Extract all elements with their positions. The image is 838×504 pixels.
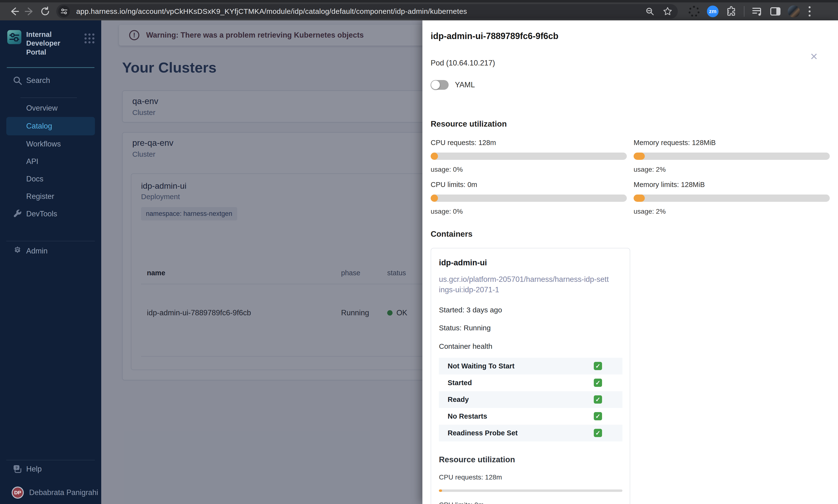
sidebar-divider xyxy=(6,241,95,241)
resource-meter-cpu-limits: CPU limits: 0m usage: 0% xyxy=(431,181,627,215)
sidebar-item-api[interactable]: API xyxy=(0,153,101,170)
sidebar-item-label: Docs xyxy=(26,175,43,183)
progress-bar xyxy=(431,152,627,160)
container-health-list: Not Waiting To Start ✓ Started ✓ Ready ✓… xyxy=(439,358,623,442)
sidebar-divider xyxy=(20,97,77,98)
health-row: Readiness Probe Set ✓ xyxy=(439,425,623,442)
sidebar-item-catalog[interactable]: Catalog xyxy=(6,117,95,135)
browser-chrome: app.harness.io/ng/account/vpCkHKsDSxK9_K… xyxy=(0,0,838,20)
user-avatar: DP xyxy=(12,487,24,499)
browser-menu-icon[interactable] xyxy=(807,5,812,18)
health-row: No Restarts ✓ xyxy=(439,408,623,425)
sidebar-item-help[interactable]: ? Help xyxy=(0,460,101,478)
help-chat-icon: ? xyxy=(12,464,23,474)
check-icon: ✓ xyxy=(594,395,602,403)
sidebar-item-label: API xyxy=(26,157,38,166)
sidebar-item-overview[interactable]: Overview xyxy=(0,100,101,117)
toolbar-separator xyxy=(744,6,745,17)
pod-subtitle: Pod (10.64.10.217) xyxy=(431,59,830,68)
media-controls-icon[interactable] xyxy=(752,6,763,17)
sidebar-item-search[interactable]: Search xyxy=(0,72,101,89)
sidebar-divider xyxy=(7,67,94,68)
wrench-icon xyxy=(12,209,23,219)
progress-bar xyxy=(634,152,830,160)
address-bar[interactable]: app.harness.io/ng/account/vpCkHKsDSxK9_K… xyxy=(56,4,678,19)
health-row: Not Waiting To Start ✓ xyxy=(439,358,623,375)
back-button[interactable] xyxy=(6,4,22,19)
bookmark-star-icon[interactable] xyxy=(663,6,673,16)
resource-meter-memory-limits: Memory limits: 128MiB usage: 2% xyxy=(634,181,830,215)
app-title: Internal Developer Portal xyxy=(26,30,80,56)
sidebar-item-workflows[interactable]: Workflows xyxy=(0,135,101,153)
progress-bar xyxy=(634,195,830,202)
sidebar-item-label: Catalog xyxy=(26,122,52,130)
sidebar-item-label: Register xyxy=(26,192,54,201)
sidebar-item-register[interactable]: Register xyxy=(0,188,101,205)
sidebar-item-label: Workflows xyxy=(26,140,61,148)
drawer-title: idp-admin-ui-7889789fc6-9f6cb xyxy=(431,31,830,41)
yaml-toggle-label: YAML xyxy=(455,80,475,89)
container-name: idp-admin-ui xyxy=(439,258,623,267)
svg-text:?: ? xyxy=(15,466,17,470)
gear-icon xyxy=(12,246,23,256)
zoom-extension-icon[interactable]: zm xyxy=(707,5,719,17)
side-panel-icon[interactable] xyxy=(770,7,781,16)
yaml-toggle[interactable] xyxy=(431,80,449,90)
user-name: Debabrata Panigrahi xyxy=(29,488,98,497)
sidebar-item-devtools[interactable]: DevTools xyxy=(0,205,101,223)
pod-details-drawer: idp-admin-ui-7889789fc6-9f6cb × Pod (10.… xyxy=(422,20,838,504)
user-menu[interactable]: DP Debabrata Panigrahi xyxy=(0,484,101,501)
check-icon: ✓ xyxy=(594,429,602,437)
idp-logo-icon xyxy=(7,30,21,44)
refresh-button[interactable] xyxy=(37,4,53,19)
resource-utilization-grid: CPU requests: 128m usage: 0% Memory requ… xyxy=(431,139,830,215)
sidebar: Internal Developer Portal Search Overvie… xyxy=(0,20,101,504)
forward-button[interactable] xyxy=(22,4,37,19)
loader-extension-icon[interactable] xyxy=(688,6,700,17)
window-frame-strip xyxy=(0,0,838,2)
container-image: us.gcr.io/platform-205701/harness/harnes… xyxy=(439,274,609,295)
check-icon: ✓ xyxy=(594,412,602,420)
search-icon xyxy=(12,75,23,86)
progress-bar xyxy=(439,489,623,492)
sidebar-item-label: Overview xyxy=(26,104,57,112)
sidebar-item-docs[interactable]: Docs xyxy=(0,170,101,188)
container-started: Started: 3 days ago xyxy=(439,306,623,314)
sidebar-item-admin[interactable]: Admin xyxy=(0,242,101,260)
container-resource-heading: Resource utilization xyxy=(439,455,623,464)
toggle-knob xyxy=(431,80,440,89)
sidebar-item-label: Search xyxy=(26,76,50,85)
site-settings-icon[interactable] xyxy=(58,5,70,17)
sidebar-item-label: Admin xyxy=(26,247,48,255)
sidebar-item-label: DevTools xyxy=(26,210,57,218)
health-row: Started ✓ xyxy=(439,375,623,391)
url-text[interactable]: app.harness.io/ng/account/vpCkHKsDSxK9_K… xyxy=(76,7,645,16)
zoom-out-page-icon[interactable] xyxy=(645,7,654,16)
extensions-puzzle-icon[interactable] xyxy=(726,6,736,17)
resource-meter-memory-requests: Memory requests: 128MiB usage: 2% xyxy=(634,139,830,174)
health-row: Ready ✓ xyxy=(439,391,623,408)
resource-utilization-heading: Resource utilization xyxy=(431,119,830,128)
containers-heading: Containers xyxy=(431,230,830,239)
browser-profile-avatar[interactable] xyxy=(788,5,800,17)
close-icon[interactable]: × xyxy=(810,50,818,62)
check-icon: ✓ xyxy=(594,362,602,370)
container-card: idp-admin-ui us.gcr.io/platform-205701/h… xyxy=(431,248,630,504)
container-status: Status: Running xyxy=(439,324,623,332)
container-resource-meters: CPU requests: 128m CPU limits: 0m Memory… xyxy=(439,473,623,504)
progress-bar xyxy=(431,195,627,202)
container-health-heading: Container health xyxy=(439,342,623,350)
apps-grid-icon[interactable] xyxy=(85,34,94,43)
check-icon: ✓ xyxy=(594,379,602,387)
resource-meter-cpu-requests: CPU requests: 128m usage: 0% xyxy=(431,139,627,174)
sidebar-item-label: Help xyxy=(26,465,42,473)
